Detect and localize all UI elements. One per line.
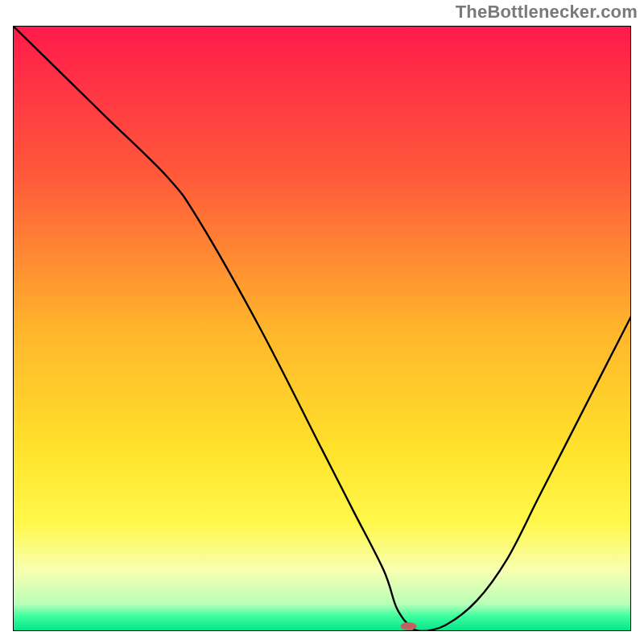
- optimal-point-marker: [401, 622, 417, 630]
- chart-svg: [13, 26, 631, 631]
- attribution-text: TheBottlenecker.com: [456, 2, 638, 23]
- chart-container: TheBottlenecker.com: [0, 0, 644, 644]
- bottleneck-chart: [13, 26, 631, 631]
